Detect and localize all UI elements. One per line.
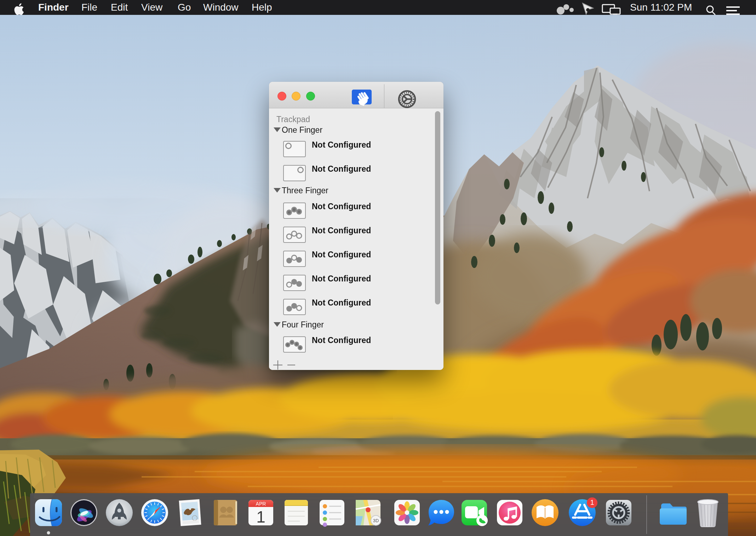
svg-text:1: 1 <box>590 498 594 506</box>
svg-text:3D: 3D <box>373 518 379 523</box>
svg-text:1: 1 <box>256 508 265 526</box>
svg-text:APR: APR <box>256 501 266 507</box>
